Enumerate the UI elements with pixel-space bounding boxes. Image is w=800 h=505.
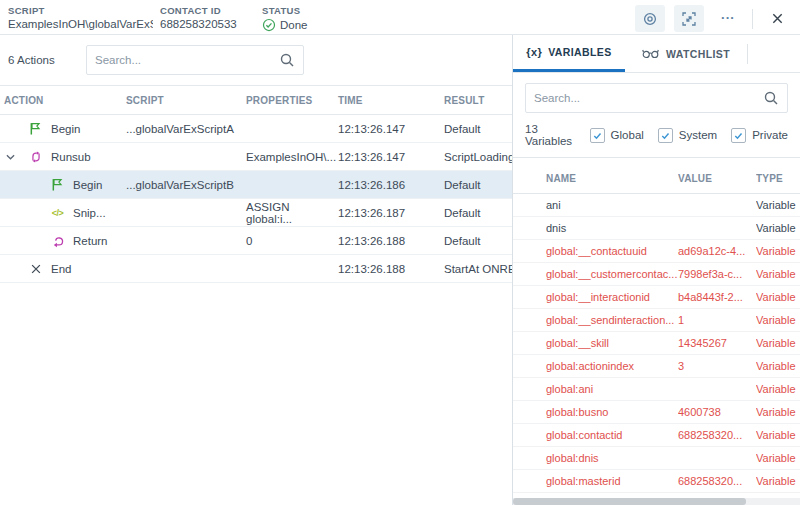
action-time: 12:13:26.188: [338, 235, 444, 247]
close-icon: [771, 12, 784, 25]
variable-type: Variable: [756, 222, 800, 234]
column-header-result: RESULT: [444, 95, 512, 106]
action-row-begin-a[interactable]: Begin ...globalVarExScriptA 12:13:26.147…: [0, 115, 512, 143]
variable-type: Variable: [756, 452, 800, 464]
actions-search-box: [86, 45, 304, 75]
script-label: SCRIPT: [8, 5, 160, 16]
action-name: Begin: [51, 123, 80, 135]
variables-search-input[interactable]: [534, 92, 763, 104]
target-icon: [642, 11, 658, 27]
expand-icon: [681, 11, 697, 27]
variable-value: ad69a12c-4...: [678, 245, 756, 257]
variable-row[interactable]: global:masterid 688258320... Variable: [513, 470, 800, 493]
action-time: 12:13:26.188: [338, 263, 444, 275]
column-header-value: VALUE: [678, 173, 756, 184]
variable-name: dnis: [546, 222, 678, 234]
status-label: STATUS: [262, 5, 308, 16]
variables-panel: {x} VARIABLES WATCHLIST 13 Variables: [512, 35, 800, 505]
contact-id-value: 688258320533: [160, 18, 262, 30]
variable-row[interactable]: global:__sendinteraction... 1 Variable: [513, 309, 800, 332]
checkbox-checked-icon: [731, 128, 746, 143]
checkbox-checked-icon: [658, 128, 673, 143]
variable-row[interactable]: global:actionindex 3 Variable: [513, 355, 800, 378]
more-options-button[interactable]: ...: [713, 5, 743, 32]
variable-type: Variable: [756, 475, 800, 487]
column-header-script: SCRIPT: [126, 95, 246, 106]
tab-watchlist-label: WATCHLIST: [666, 48, 730, 60]
variable-name: global:dnis: [546, 452, 678, 464]
filter-private-label: Private: [752, 129, 788, 141]
tab-watchlist[interactable]: WATCHLIST: [625, 35, 747, 72]
action-properties: 0: [246, 235, 338, 247]
variable-name: global:masterid: [546, 475, 678, 487]
tab-variables[interactable]: {x} VARIABLES: [513, 35, 625, 72]
variable-value: 1: [678, 314, 756, 326]
actions-toolbar: 6 Actions: [0, 35, 512, 85]
action-time: 12:13:26.147: [338, 123, 444, 135]
action-row-begin-b[interactable]: Begin ...globalVarExScriptB 12:13:26.186…: [0, 171, 512, 199]
variable-row[interactable]: global:__interactionid b4a8443f-2... Var…: [513, 286, 800, 309]
variables-tabs: {x} VARIABLES WATCHLIST: [513, 35, 800, 73]
expand-button[interactable]: [674, 5, 704, 32]
contact-id-label: CONTACT ID: [160, 5, 262, 16]
runsub-icon: [28, 150, 43, 164]
variable-name: global:__customercontac...: [546, 268, 678, 280]
chevron-down-icon[interactable]: [6, 154, 15, 160]
variable-type: Variable: [756, 199, 800, 211]
title-bar: SCRIPT ExamplesInOH\globalVarExScri... C…: [0, 0, 800, 35]
filter-system[interactable]: System: [658, 128, 717, 143]
variable-row[interactable]: global:ani Variable: [513, 378, 800, 401]
action-row-runsub[interactable]: Runsub ExamplesInOH\... 12:13:26.147 Scr…: [0, 143, 512, 171]
glasses-icon: [642, 48, 660, 59]
variable-row[interactable]: global:__customercontac... 7998ef3a-c...…: [513, 263, 800, 286]
action-row-return[interactable]: Return 0 12:13:26.188 Default: [0, 227, 512, 255]
window-controls-divider: [752, 9, 753, 29]
search-icon: [279, 52, 295, 68]
filter-private[interactable]: Private: [731, 128, 788, 143]
variable-row[interactable]: ani Variable: [513, 194, 800, 217]
action-row-snippet[interactable]: </> Snip... ASSIGN global:i... 12:13:26.…: [0, 199, 512, 227]
variable-value: b4a8443f-2...: [678, 291, 756, 303]
action-result: ScriptLoading: [444, 151, 512, 163]
variable-type: Variable: [756, 245, 800, 257]
variables-filter-row: 13 Variables Global System Private: [513, 121, 800, 158]
variables-search-row: [513, 73, 800, 121]
target-button[interactable]: [635, 5, 665, 32]
checkbox-checked-icon: [590, 128, 605, 143]
variable-row[interactable]: global:__contactuuid ad69a12c-4... Varia…: [513, 240, 800, 263]
variable-row[interactable]: global:__skill 14345267 Variable: [513, 332, 800, 355]
action-name: Return: [73, 235, 108, 247]
action-row-end[interactable]: End 12:13:26.188 StartAt ONRELE: [0, 255, 512, 283]
column-header-properties: PROPERTIES: [246, 95, 338, 106]
variable-value: 4600738: [678, 406, 756, 418]
actions-search-input[interactable]: [95, 54, 279, 66]
action-result: Default: [444, 235, 512, 247]
close-button[interactable]: [762, 5, 792, 32]
status-done-icon: [262, 18, 276, 32]
variable-value: 7998ef3a-c...: [678, 268, 756, 280]
variables-count: 13 Variables: [525, 123, 576, 147]
action-name: End: [51, 263, 71, 275]
variable-row[interactable]: global:busno 4600738 Variable: [513, 401, 800, 424]
horizontal-scrollbar[interactable]: [513, 498, 800, 505]
action-script: ...globalVarExScriptB: [126, 179, 246, 191]
script-value: ExamplesInOH\globalVarExScri...: [8, 18, 153, 30]
actions-table-header: ACTION SCRIPT PROPERTIES TIME RESULT: [0, 85, 512, 115]
variable-name: global:__sendinteraction...: [546, 314, 678, 326]
horizontal-scrollbar-thumb[interactable]: [513, 498, 746, 505]
filter-global[interactable]: Global: [590, 128, 644, 143]
braces-x-icon: {x}: [526, 46, 542, 58]
variable-name: global:ani: [546, 383, 678, 395]
action-name: Begin: [73, 179, 102, 191]
variable-name: global:actionindex: [546, 360, 678, 372]
variable-type: Variable: [756, 429, 800, 441]
variable-row[interactable]: global:dnis Variable: [513, 447, 800, 470]
variable-type: Variable: [756, 291, 800, 303]
variable-row[interactable]: dnis Variable: [513, 217, 800, 240]
search-icon: [763, 90, 779, 106]
variable-row[interactable]: global:contactid 688258320... Variable: [513, 424, 800, 447]
return-icon: [50, 234, 65, 248]
snippet-icon: </>: [50, 208, 65, 218]
variable-name: global:contactid: [546, 429, 678, 441]
column-header-action: ACTION: [0, 95, 126, 106]
